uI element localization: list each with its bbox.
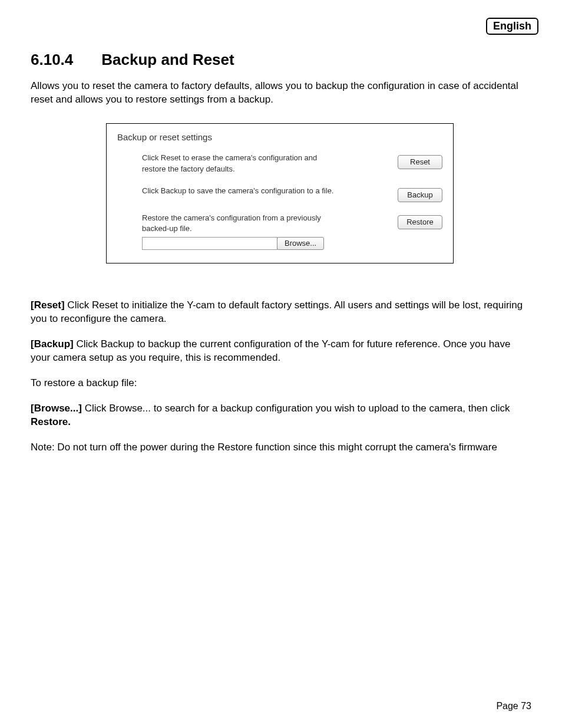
page-footer: Page 73 (496, 701, 531, 711)
restore-file-input[interactable] (142, 237, 277, 250)
backup-label: [Backup] (31, 338, 74, 350)
restore-button[interactable]: Restore (398, 215, 442, 229)
browse-tail: Restore. (31, 416, 71, 427)
reset-description: Click Reset to erase the camera's config… (142, 153, 342, 175)
backup-row: Click Backup to save the camera's config… (142, 186, 442, 202)
section-number: 6.10.4 (31, 51, 73, 69)
language-badge: English (486, 18, 538, 35)
reset-button[interactable]: Reset (398, 155, 442, 169)
restore-description: Restore the camera's configuration from … (142, 213, 342, 235)
intro-paragraph: Allows you to reset the camera to factor… (31, 80, 531, 107)
reset-label: [Reset] (31, 299, 65, 311)
restore-row: Restore the camera's configuration from … (142, 213, 442, 251)
backup-text: Click Backup to backup the current confi… (31, 338, 511, 363)
browse-text: Click Browse... to search for a backup c… (82, 403, 510, 414)
section-title: Backup and Reset (101, 51, 234, 68)
browse-button[interactable]: Browse... (277, 237, 324, 250)
browse-paragraph: [Browse...] Click Browse... to search fo… (31, 402, 531, 429)
settings-panel: Backup or reset settings Click Reset to … (106, 123, 454, 263)
reset-paragraph: [Reset] Click Reset to initialize the Y-… (31, 299, 531, 326)
backup-paragraph: [Backup] Click Backup to backup the curr… (31, 338, 531, 365)
section-heading: 6.10.4Backup and Reset (31, 51, 531, 69)
reset-row: Click Reset to erase the camera's config… (142, 153, 442, 175)
panel-title: Backup or reset settings (117, 132, 442, 142)
restore-intro-paragraph: To restore a backup file: (31, 377, 531, 390)
description-block: [Reset] Click Reset to initialize the Y-… (31, 299, 531, 454)
browse-label: [Browse...] (31, 403, 82, 414)
backup-button[interactable]: Backup (398, 188, 442, 202)
note-paragraph: Note: Do not turn off the power during t… (31, 441, 531, 454)
reset-text: Click Reset to initialize the Y-cam to d… (31, 299, 523, 324)
backup-description: Click Backup to save the camera's config… (142, 186, 333, 197)
